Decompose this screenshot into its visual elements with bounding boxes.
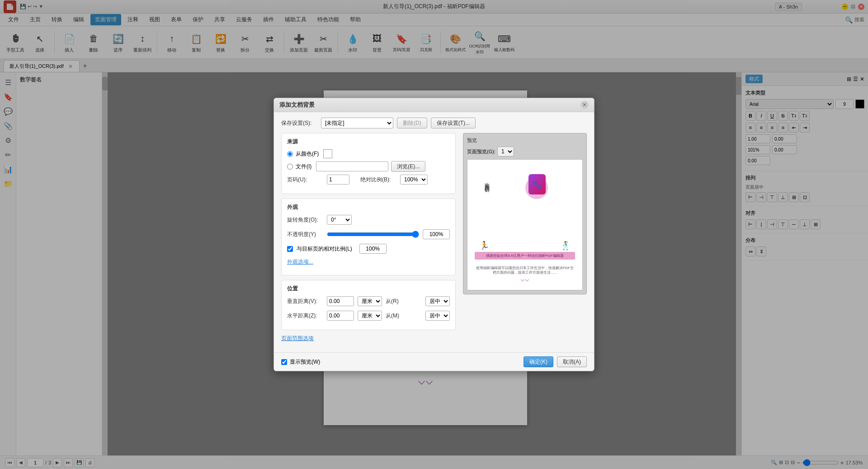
preview-chevrons: ⌵⌵	[520, 275, 529, 283]
rotation-row: 旋转角度(O): 0° 90° 180° 270°	[287, 215, 450, 225]
opacity-label: 不透明度(Y)	[287, 231, 323, 238]
preview-banner: 感谢您如全球6.5亿用户一样信任福昕PDF编辑器	[475, 252, 575, 260]
color-picker-preview[interactable]	[323, 149, 332, 158]
save-settings-btn[interactable]: 保存设置(T)...	[431, 118, 476, 128]
vert-align-select[interactable]: 居中 顶部 底部	[425, 296, 450, 306]
file-radio-row: 文件(I) 浏览(E)...	[287, 161, 450, 172]
relative-scale-check[interactable]	[287, 246, 293, 252]
relative-scale-input[interactable]	[359, 244, 387, 254]
vert-dist-input[interactable]	[327, 296, 354, 306]
preview-inner: 🐾 欢迎来到福昕 🏃 🕺 感谢您如全球6.5亿用户一样信任福昕PDF编辑器 使用…	[467, 159, 583, 290]
appearance-section: 外观 旋转角度(O): 0° 90° 180° 270° 不透明度(Y)	[281, 199, 456, 275]
position-title: 位置	[287, 285, 450, 293]
page-num-input[interactable]	[327, 175, 349, 185]
opacity-slider[interactable]	[327, 231, 419, 238]
opacity-row: 不透明度(Y)	[287, 229, 450, 239]
delete-settings-btn[interactable]: 删除(D)	[397, 118, 427, 128]
preview-person-right: 🕺	[561, 241, 571, 251]
page-num-label: 页码(U):	[287, 176, 323, 184]
modal-footer-right: 确定(K) 取消(A)	[524, 356, 587, 367]
page-range-row: 页面范围选项	[281, 335, 456, 342]
modal-title: 添加文档背景	[279, 101, 315, 109]
modal-title-bar: 添加文档背景 ✕	[274, 98, 594, 112]
modal-close-btn[interactable]: ✕	[580, 101, 589, 109]
preview-page-select[interactable]: 1 2 3	[497, 147, 514, 156]
cancel-btn[interactable]: 取消(A)	[557, 356, 587, 367]
advanced-link[interactable]: 外观选项...	[287, 258, 313, 266]
vert-dist-row: 垂直距离(V): 厘米 英寸 从(R) 居中 顶部 底部	[287, 296, 450, 306]
preview-page-nav: 页面预览(G): 1 2 3	[467, 147, 583, 156]
appearance-title: 外观	[287, 204, 450, 211]
horiz-dist-row: 水平距离(Z): 厘米 英寸 从(M) 居中 左侧 右侧	[287, 311, 450, 321]
modal-overlay: 添加文档背景 ✕ 保存设置(S): [未指定] 删除(D) 保存设置(T)...	[0, 0, 868, 469]
source-title: 来源	[287, 138, 450, 146]
show-preview-label: 显示预览(W)	[290, 358, 320, 366]
modal-right-col: 预览 页面预览(G): 1 2 3	[463, 133, 587, 347]
modal-footer-left: 显示预览(W)	[281, 358, 320, 366]
vert-unit-select[interactable]: 厘米 英寸	[358, 296, 382, 306]
horiz-dist-input[interactable]	[327, 311, 354, 321]
relative-scale-label: 与目标页的相对比例(L)	[297, 245, 352, 253]
add-background-modal: 添加文档背景 ✕ 保存设置(S): [未指定] 删除(D) 保存设置(T)...	[274, 98, 594, 371]
position-section: 位置 垂直距离(V): 厘米 英寸 从(R) 居中 顶部	[281, 280, 456, 330]
rotation-label: 旋转角度(O):	[287, 216, 323, 224]
rotation-select[interactable]: 0° 90° 180° 270°	[327, 215, 352, 225]
modal-footer: 显示预览(W) 确定(K) 取消(A)	[274, 352, 594, 371]
opacity-slider-row	[327, 229, 450, 239]
preview-area: 预览 页面预览(G): 1 2 3	[463, 133, 587, 294]
modal-body: 保存设置(S): [未指定] 删除(D) 保存设置(T)... 来源 从颜色(F	[274, 112, 594, 352]
modal-left-col: 来源 从颜色(F) 文件(I) 浏览(E)...	[281, 133, 456, 347]
settings-select[interactable]: [未指定]	[321, 118, 393, 128]
show-preview-check[interactable]	[281, 359, 287, 365]
horiz-unit-select[interactable]: 厘米 英寸	[358, 311, 382, 321]
confirm-btn[interactable]: 确定(K)	[524, 356, 553, 367]
scale-label: 绝对比例(B):	[360, 176, 396, 184]
color-radio-label: 从颜色(F)	[296, 150, 319, 158]
preview-page-label: 页面预览(G):	[467, 148, 495, 155]
preview-title: 预览	[467, 137, 583, 144]
relative-scale-row: 与目标页的相对比例(L)	[287, 244, 450, 254]
advanced-link-row: 外观选项...	[287, 258, 450, 266]
vert-from-label: 从(R)	[386, 298, 422, 305]
horiz-dist-label: 水平距离(Z):	[287, 312, 323, 320]
modal-two-col: 来源 从颜色(F) 文件(I) 浏览(E)...	[281, 133, 587, 347]
source-section: 来源 从颜色(F) 文件(I) 浏览(E)...	[281, 133, 456, 194]
save-settings-row: 保存设置(S): [未指定] 删除(D) 保存设置(T)...	[281, 118, 587, 128]
horiz-align-select[interactable]: 居中 左侧 右侧	[425, 311, 450, 321]
file-radio-label: 文件(I)	[296, 163, 311, 171]
horiz-from-label: 从(M)	[386, 312, 422, 320]
color-radio-row: 从颜色(F)	[287, 149, 450, 158]
preview-logo: 🐾	[528, 174, 546, 194]
preview-person-left: 🏃	[479, 241, 489, 251]
file-radio[interactable]	[287, 164, 293, 170]
preview-subtext: 使用福昕编辑器可以随您在日常工作生活中，快速解决PDF文档方面的问题，提高工作方…	[475, 266, 575, 275]
save-settings-label: 保存设置(S):	[281, 119, 317, 127]
opacity-input[interactable]	[423, 229, 450, 239]
scale-select[interactable]: 100%	[400, 175, 428, 185]
file-path-input[interactable]	[316, 161, 388, 171]
vert-dist-label: 垂直距离(V):	[287, 298, 323, 305]
preview-welcome-text: 欢迎来到福昕	[484, 179, 491, 184]
page-range-link[interactable]: 页面范围选项	[281, 335, 314, 342]
browse-btn[interactable]: 浏览(E)...	[391, 161, 425, 172]
color-radio[interactable]	[287, 151, 293, 157]
page-num-row: 页码(U): 绝对比例(B): 100%	[287, 175, 450, 185]
